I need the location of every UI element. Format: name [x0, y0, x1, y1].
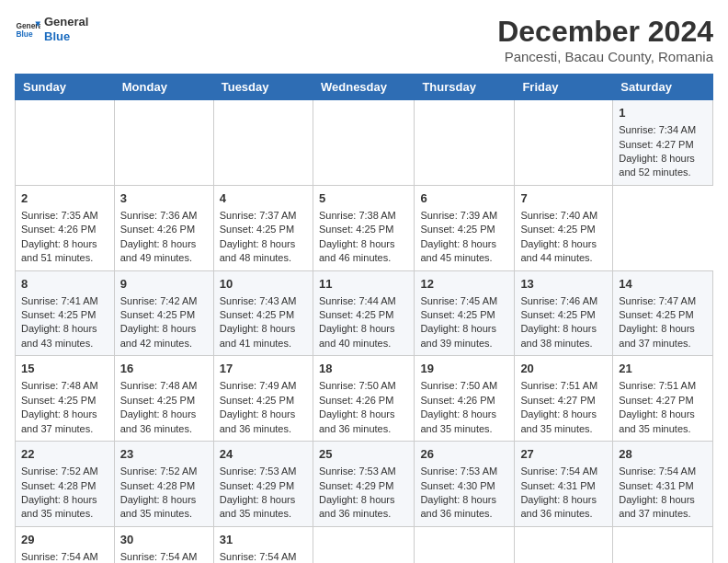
sunset-text: Sunset: 4:25 PM [319, 308, 408, 322]
header-tuesday: Tuesday [213, 75, 313, 100]
header: General Blue GeneralBlue December 2024 P… [15, 15, 713, 64]
week-row-5: 29Sunrise: 7:54 AMSunset: 4:32 PMDayligh… [16, 526, 713, 563]
header-monday: Monday [114, 75, 213, 100]
daylight-text: Daylight: 8 hours and 36 minutes. [220, 408, 307, 436]
daylight-text: Daylight: 8 hours and 39 minutes. [420, 322, 508, 350]
daylight-text: Daylight: 8 hours and 35 minutes. [120, 493, 208, 522]
daylight-text: Daylight: 8 hours and 35 minutes. [420, 408, 508, 436]
day-number: 15 [21, 361, 108, 377]
day-number: 11 [319, 276, 408, 293]
day-number: 31 [220, 532, 307, 548]
day-number: 25 [319, 446, 408, 463]
day-number: 29 [21, 532, 108, 548]
daylight-text: Daylight: 8 hours and 49 minutes. [120, 237, 208, 266]
week-row-3: 15Sunrise: 7:48 AMSunset: 4:25 PMDayligh… [16, 356, 713, 442]
cell-w2-d2: 10Sunrise: 7:43 AMSunset: 4:25 PMDayligh… [213, 270, 313, 356]
daylight-text: Daylight: 8 hours and 36 minutes. [319, 493, 408, 522]
sunrise-text: Sunrise: 7:35 AM [21, 209, 108, 223]
sunset-text: Sunset: 4:25 PM [420, 308, 508, 322]
sunset-text: Sunset: 4:27 PM [619, 138, 707, 152]
day-number: 2 [21, 190, 108, 207]
header-row: SundayMondayTuesdayWednesdayThursdayFrid… [16, 75, 713, 100]
cell-w2-d3: 11Sunrise: 7:44 AMSunset: 4:25 PMDayligh… [313, 270, 414, 356]
day-number: 1 [619, 105, 707, 121]
cell-w4-d6: 28Sunrise: 7:54 AMSunset: 4:31 PMDayligh… [613, 442, 713, 527]
cell-w1-d4: 6Sunrise: 7:39 AMSunset: 4:25 PMDaylight… [415, 185, 515, 270]
daylight-text: Daylight: 8 hours and 37 minutes. [619, 493, 707, 522]
sunset-text: Sunset: 4:25 PM [21, 394, 108, 408]
day-number: 14 [619, 276, 707, 293]
daylight-text: Daylight: 8 hours and 45 minutes. [420, 237, 508, 266]
day-number: 28 [619, 446, 707, 463]
day-number: 6 [420, 190, 508, 207]
cell-w5-d0: 29Sunrise: 7:54 AMSunset: 4:32 PMDayligh… [16, 526, 115, 563]
daylight-text: Daylight: 8 hours and 42 minutes. [120, 322, 208, 350]
logo: General Blue GeneralBlue [15, 15, 88, 43]
sunset-text: Sunset: 4:26 PM [21, 223, 108, 236]
sunset-text: Sunset: 4:31 PM [520, 479, 607, 493]
daylight-text: Daylight: 8 hours and 44 minutes. [520, 237, 607, 266]
cell-w5-d4 [415, 526, 515, 563]
month-title: December 2024 [497, 15, 713, 49]
day-number: 13 [520, 276, 607, 293]
sunset-text: Sunset: 4:28 PM [21, 479, 108, 493]
sunrise-text: Sunrise: 7:45 AM [420, 294, 508, 308]
cell-w4-d3: 25Sunrise: 7:53 AMSunset: 4:29 PMDayligh… [313, 442, 414, 527]
sunrise-text: Sunrise: 7:44 AM [319, 294, 408, 308]
daylight-text: Daylight: 8 hours and 46 minutes. [319, 237, 408, 266]
cell-w0-d2 [213, 100, 313, 186]
cell-w5-d1: 30Sunrise: 7:54 AMSunset: 4:33 PMDayligh… [114, 526, 213, 563]
cell-w5-d6 [613, 526, 713, 563]
sunset-text: Sunset: 4:25 PM [220, 223, 307, 236]
cell-w4-d1: 23Sunrise: 7:52 AMSunset: 4:28 PMDayligh… [114, 442, 213, 527]
cell-w2-d0: 8Sunrise: 7:41 AMSunset: 4:25 PMDaylight… [16, 270, 115, 356]
cell-w3-d0: 15Sunrise: 7:48 AMSunset: 4:25 PMDayligh… [16, 356, 115, 442]
sunset-text: Sunset: 4:25 PM [520, 308, 607, 322]
week-row-1: 2Sunrise: 7:35 AMSunset: 4:26 PMDaylight… [16, 185, 713, 270]
day-number: 12 [420, 276, 508, 293]
daylight-text: Daylight: 8 hours and 43 minutes. [21, 322, 108, 350]
sunset-text: Sunset: 4:31 PM [619, 479, 707, 493]
week-row-0: 1Sunrise: 7:34 AMSunset: 4:27 PMDaylight… [16, 100, 713, 186]
day-number: 21 [619, 361, 707, 377]
cell-w5-d2: 31Sunrise: 7:54 AMSunset: 4:34 PMDayligh… [213, 526, 313, 563]
logo-text: GeneralBlue [44, 15, 88, 43]
sunrise-text: Sunrise: 7:37 AM [220, 209, 307, 223]
logo-icon: General Blue [15, 17, 40, 42]
day-number: 17 [220, 361, 307, 377]
sunrise-text: Sunrise: 7:54 AM [21, 550, 108, 563]
sunset-text: Sunset: 4:26 PM [120, 223, 208, 236]
cell-w0-d4 [415, 100, 515, 186]
sunset-text: Sunset: 4:27 PM [520, 394, 607, 408]
sunset-text: Sunset: 4:25 PM [220, 394, 307, 408]
day-number: 18 [319, 361, 408, 377]
day-number: 10 [220, 276, 307, 293]
daylight-text: Daylight: 8 hours and 36 minutes. [420, 493, 508, 522]
day-number: 8 [21, 276, 108, 293]
daylight-text: Daylight: 8 hours and 35 minutes. [520, 408, 607, 436]
sunrise-text: Sunrise: 7:48 AM [21, 379, 108, 393]
cell-w5-d5 [515, 526, 613, 563]
sunrise-text: Sunrise: 7:50 AM [319, 379, 408, 393]
cell-w2-d6: 14Sunrise: 7:47 AMSunset: 4:25 PMDayligh… [613, 270, 713, 356]
sunrise-text: Sunrise: 7:53 AM [420, 465, 508, 478]
day-number: 22 [21, 446, 108, 463]
sunrise-text: Sunrise: 7:48 AM [120, 379, 208, 393]
sunrise-text: Sunrise: 7:46 AM [520, 294, 607, 308]
day-number: 20 [520, 361, 607, 377]
sunrise-text: Sunrise: 7:52 AM [120, 465, 208, 478]
week-row-2: 8Sunrise: 7:41 AMSunset: 4:25 PMDaylight… [16, 270, 713, 356]
sunset-text: Sunset: 4:27 PM [619, 394, 707, 408]
sunrise-text: Sunrise: 7:51 AM [619, 379, 707, 393]
sunset-text: Sunset: 4:25 PM [420, 223, 508, 236]
cell-w2-d4: 12Sunrise: 7:45 AMSunset: 4:25 PMDayligh… [415, 270, 515, 356]
day-number: 23 [120, 446, 208, 463]
daylight-text: Daylight: 8 hours and 35 minutes. [220, 493, 307, 522]
day-number: 3 [120, 190, 208, 207]
calendar-body: 1Sunrise: 7:34 AMSunset: 4:27 PMDaylight… [16, 100, 713, 564]
sunrise-text: Sunrise: 7:49 AM [220, 379, 307, 393]
sunset-text: Sunset: 4:29 PM [220, 479, 307, 493]
sunrise-text: Sunrise: 7:43 AM [220, 294, 307, 308]
cell-w0-d5 [515, 100, 613, 186]
daylight-text: Daylight: 8 hours and 36 minutes. [520, 493, 607, 522]
